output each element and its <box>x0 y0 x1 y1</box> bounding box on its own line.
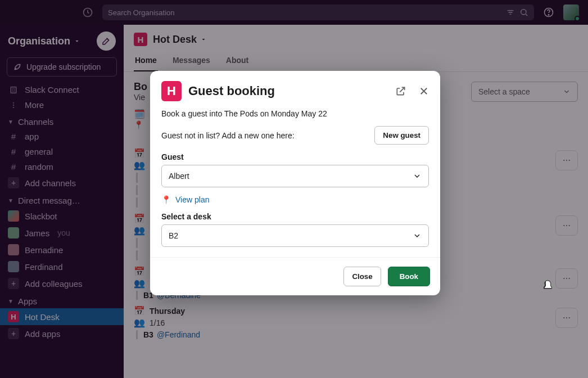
guest-select-value: Albert <box>169 172 189 181</box>
desk-field-label: Select a desk <box>161 212 429 221</box>
view-plan-row: 📍 View plan <box>161 195 429 204</box>
close-button[interactable]: Close <box>343 267 381 286</box>
chevron-down-icon <box>413 231 422 240</box>
close-icon[interactable] <box>419 86 429 96</box>
modal-intro: Book a guest into The Pods on Monday May… <box>161 109 429 118</box>
book-button[interactable]: Book <box>388 267 430 286</box>
not-in-list-text: Guest not in list? Add a new one here: <box>161 131 295 140</box>
pin-icon: 📍 <box>161 195 171 204</box>
new-guest-row: Guest not in list? Add a new one here: N… <box>161 126 429 145</box>
chevron-down-icon <box>413 172 422 181</box>
modal-header: H Guest booking <box>150 71 440 107</box>
new-guest-button[interactable]: New guest <box>374 126 429 145</box>
modal-title: Guest booking <box>188 84 388 98</box>
desk-select-value: B2 <box>169 231 178 240</box>
desk-select[interactable]: B2 <box>161 224 429 247</box>
guest-booking-modal: H Guest booking Book a guest into The Po… <box>150 71 440 295</box>
open-external-icon[interactable] <box>395 86 406 97</box>
modal-body: Book a guest into The Pods on Monday May… <box>150 107 440 257</box>
modal-footer: Close Book <box>150 257 440 295</box>
app-icon: H <box>161 81 182 101</box>
view-plan-link[interactable]: View plan <box>175 195 209 204</box>
guest-field-label: Guest <box>161 152 429 161</box>
guest-select[interactable]: Albert <box>161 165 429 187</box>
